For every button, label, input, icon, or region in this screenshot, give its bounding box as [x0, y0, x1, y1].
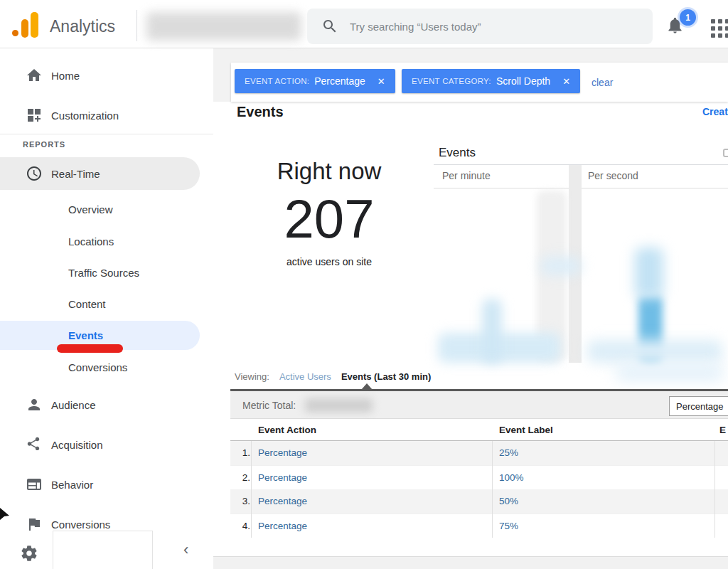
close-icon[interactable]: ✕	[562, 76, 570, 87]
logo-bar-tall	[31, 12, 38, 38]
metric-selector-dropdown[interactable]: Percentage	[669, 396, 728, 416]
sidebar-item-overview[interactable]: Overview	[0, 197, 200, 221]
person-icon	[26, 396, 43, 413]
sidebar-item-label: Events	[68, 329, 103, 341]
row-number: 4.	[236, 521, 250, 531]
mouse-cursor	[0, 508, 11, 521]
home-icon	[26, 67, 43, 84]
chip-value-label: Scroll Depth	[496, 75, 550, 87]
chip-category-label: EVENT ACTION:	[245, 77, 309, 85]
blurred-bar-top-per-second	[635, 248, 663, 299]
event-label-link[interactable]: 100%	[499, 472, 524, 483]
viewing-row: Viewing: Active Users Events (Last 30 mi…	[235, 371, 431, 382]
bottom-scrollbar-track[interactable]	[213, 556, 728, 569]
sidebar-item-label: Conversions	[68, 361, 127, 373]
row-number: 2.	[236, 472, 250, 483]
close-icon[interactable]: ✕	[378, 76, 385, 87]
sidebar-item-real-time[interactable]: Real-Time	[0, 157, 200, 190]
right-now-title: Right now	[230, 158, 429, 185]
sidebar-item-content[interactable]: Content	[0, 292, 200, 316]
column-divider	[251, 441, 252, 538]
google-apps-grid-icon[interactable]	[711, 19, 728, 38]
metric-total-bar: Metric Total: Percentage	[230, 389, 728, 419]
share-network-icon	[26, 436, 43, 453]
search-input[interactable]	[350, 21, 620, 33]
blurred-metric-value	[305, 398, 373, 413]
table-row[interactable]: 2. Percentage 100%	[230, 465, 728, 489]
search-icon	[321, 18, 338, 35]
filter-chip-event-category[interactable]: EVENT CATEGORY: Scroll Depth ✕	[402, 69, 580, 93]
blurred-chart-spill	[616, 364, 724, 381]
sidebar-item-label: Acquisition	[51, 439, 103, 451]
sidebar-item-conversions-sub[interactable]: Conversions	[0, 355, 200, 379]
table-body: 1. Percentage 25% 2. Percentage 100% 3. …	[230, 441, 728, 538]
sidebar-item-traffic-sources[interactable]: Traffic Sources	[0, 260, 200, 284]
settings-gear-icon[interactable]	[20, 544, 38, 565]
account-selector[interactable]	[146, 12, 301, 41]
table-row[interactable]: 4. Percentage 75%	[230, 514, 728, 538]
analytics-app: Analytics 1 Home Customization REPORTS	[0, 0, 728, 569]
event-action-link[interactable]: Percentage	[258, 447, 307, 458]
row-number: 3.	[236, 496, 250, 506]
events-tab-current[interactable]: Events (Last 30 min)	[341, 371, 431, 382]
notification-badge: 1	[680, 9, 696, 26]
notifications-button[interactable]: 1	[665, 16, 697, 44]
tab-per-second[interactable]: Per second	[588, 170, 638, 181]
sidebar-item-label: Home	[51, 70, 80, 82]
analytics-logo-icon[interactable]	[11, 11, 40, 38]
app-title: Analytics	[50, 17, 115, 36]
sidebar-item-label: Content	[68, 298, 106, 310]
sidebar-item-behavior[interactable]: Behavior	[0, 472, 200, 497]
sidebar-item-label: Real-Time	[51, 168, 100, 180]
filter-chips-panel: EVENT ACTION: Percentage ✕ EVENT CATEGOR…	[231, 63, 728, 102]
sidebar-item-label: Customization	[51, 110, 119, 122]
clear-filters-link[interactable]: clear	[592, 77, 613, 88]
blurred-bar-tall-per-minute	[482, 299, 502, 363]
table-row[interactable]: 1. Percentage 25%	[230, 441, 728, 465]
chip-category-label: EVENT CATEGORY:	[412, 77, 491, 85]
sidebar: Home Customization REPORTS Real-Time Ove…	[0, 48, 213, 569]
column-event-label[interactable]: Event Label	[499, 425, 553, 435]
page-title: Events	[237, 104, 284, 120]
filter-chip-event-action[interactable]: EVENT ACTION: Percentage ✕	[235, 69, 395, 93]
search-bar[interactable]	[307, 9, 653, 44]
table-row[interactable]: 3. Percentage 50%	[230, 489, 728, 514]
event-action-link[interactable]: Percentage	[258, 521, 307, 531]
blurred-overlay-box	[53, 531, 153, 569]
column-divider	[492, 441, 493, 538]
window-panels-icon	[26, 476, 43, 493]
event-label-link[interactable]: 75%	[499, 521, 518, 531]
logo-bar-short	[21, 19, 28, 38]
metric-total-label: Metric Total:	[242, 400, 296, 411]
tab-rule	[434, 188, 569, 188]
event-action-link[interactable]: Percentage	[258, 472, 307, 483]
chart-title: Events	[439, 146, 476, 160]
sidebar-item-label: Traffic Sources	[68, 267, 139, 279]
row-number: 1.	[236, 447, 250, 458]
column-event-action[interactable]: Event Action	[258, 425, 316, 435]
create-shortcut-link[interactable]: Creat	[702, 106, 728, 117]
active-users-subtitle: active users on site	[230, 256, 429, 267]
sidebar-item-locations[interactable]: Locations	[0, 229, 200, 253]
customization-icon	[26, 107, 43, 124]
viewing-label: Viewing:	[235, 371, 269, 382]
sidebar-item-customization[interactable]: Customization	[0, 102, 200, 128]
tab-per-minute[interactable]: Per minute	[442, 170, 491, 181]
logo-dot	[12, 30, 18, 36]
sidebar-item-acquisition[interactable]: Acquisition	[0, 432, 200, 457]
sidebar-item-home[interactable]: Home	[0, 63, 200, 88]
event-action-link[interactable]: Percentage	[258, 496, 307, 506]
active-users-tab-link[interactable]: Active Users	[279, 371, 331, 382]
column-divider	[714, 441, 715, 538]
event-label-link[interactable]: 25%	[499, 447, 518, 458]
sidebar-item-audience[interactable]: Audience	[0, 392, 200, 418]
top-bar: Analytics 1	[0, 0, 728, 48]
chart-options-icon[interactable]	[723, 149, 728, 157]
collapse-sidebar-chevron-icon[interactable]: ‹	[183, 541, 188, 559]
sidebar-item-label: Audience	[51, 399, 96, 411]
blurred-chart-highlight	[540, 257, 582, 275]
event-label-link[interactable]: 50%	[499, 496, 518, 506]
topbar-divider	[136, 10, 137, 41]
active-users-count: 207	[230, 192, 429, 246]
column-events[interactable]: E	[719, 425, 726, 435]
